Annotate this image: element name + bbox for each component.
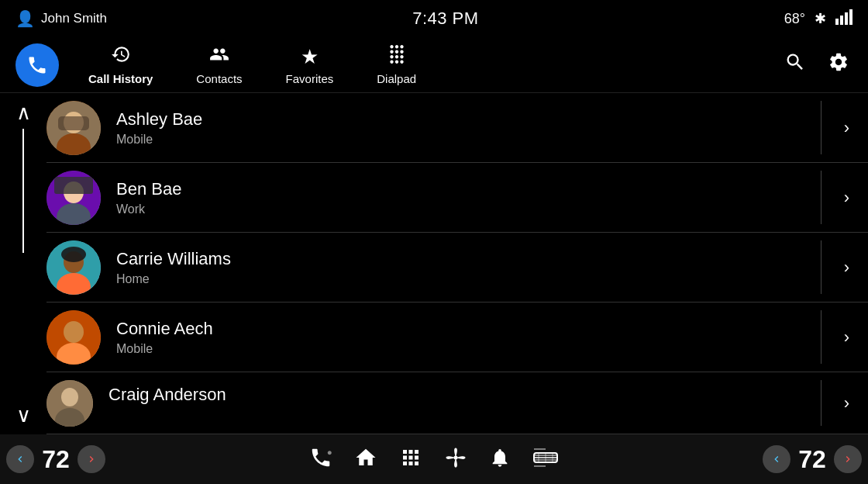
main-content: ∧ ∨ Ashley Bae Mobile › [0, 93, 868, 434]
nav-bar: Call History Contacts ★ Favorites Dialpa… [0, 37, 868, 93]
scroll-panel: ∧ ∨ [0, 93, 46, 434]
bottom-bar: 72 [0, 434, 868, 484]
chevron-right-icon[interactable]: › [838, 251, 856, 284]
contact-type: Mobile [116, 342, 822, 356]
avatar [46, 310, 101, 365]
bottom-center-icons [309, 446, 559, 472]
fan-icon[interactable] [444, 446, 467, 472]
contact-divider [821, 240, 822, 294]
tab-dialpad[interactable]: Dialpad [355, 38, 438, 92]
contact-name: Connie Aech [116, 319, 822, 339]
contact-name: Ashley Bae [116, 109, 822, 130]
settings-button[interactable] [828, 51, 849, 78]
status-time: 7:43 PM [412, 9, 478, 29]
svg-rect-0 [835, 19, 839, 25]
signal-icon [835, 9, 852, 29]
contacts-icon [209, 44, 229, 69]
phone-wave-icon[interactable] [309, 446, 332, 472]
svg-rect-7 [58, 116, 89, 130]
list-item[interactable]: Connie Aech Mobile › [46, 302, 868, 372]
user-icon: 👤 [16, 9, 35, 28]
contact-info: Connie Aech Mobile [116, 319, 822, 356]
tab-favorites-label: Favorites [286, 72, 334, 85]
svg-point-15 [61, 247, 86, 262]
contact-info: Ashley Bae Mobile [116, 109, 822, 147]
right-temp-down-button[interactable] [763, 445, 790, 473]
scroll-track [22, 129, 24, 253]
home-icon[interactable] [354, 446, 377, 472]
avatar [46, 101, 101, 155]
avatar [46, 380, 93, 427]
bell-icon[interactable] [489, 447, 511, 472]
scroll-up-button[interactable]: ∧ [13, 99, 34, 126]
chevron-right-icon[interactable]: › [838, 321, 856, 354]
contact-divider [821, 171, 822, 224]
contact-divider [821, 380, 822, 426]
grid-icon[interactable] [399, 446, 422, 472]
contact-name: Ben Bae [116, 179, 822, 199]
right-temp-value: 72 [794, 445, 831, 474]
left-temp-value: 72 [37, 445, 74, 474]
contact-divider [821, 310, 822, 364]
status-user: 👤 John Smith [16, 9, 107, 28]
nav-right-icons [784, 51, 849, 78]
tab-contacts-label: Contacts [196, 72, 242, 85]
nav-tabs: Call History Contacts ★ Favorites Dialpa… [67, 38, 784, 92]
list-item[interactable]: Carrie Williams Home › [46, 233, 868, 302]
svg-point-17 [64, 321, 84, 343]
status-bar: 👤 John Smith 7:43 PM 68° ✱ [0, 0, 868, 37]
svg-rect-11 [54, 177, 93, 194]
contact-divider [821, 101, 822, 154]
right-temp-control: 72 [763, 445, 862, 474]
contact-type: Mobile [116, 133, 822, 147]
chevron-right-icon[interactable]: › [838, 387, 856, 420]
call-history-icon [111, 44, 131, 69]
contact-info: Ben Bae Work [116, 179, 822, 216]
svg-rect-1 [840, 16, 843, 25]
list-item[interactable]: Ben Bae Work › [46, 163, 868, 233]
svg-point-22 [454, 456, 458, 460]
search-button[interactable] [784, 51, 806, 78]
svg-rect-2 [845, 12, 848, 25]
svg-rect-3 [849, 9, 852, 25]
bluetooth-icon: ✱ [815, 10, 826, 27]
rear-defroster-icon[interactable] [532, 447, 559, 472]
svg-point-20 [61, 388, 78, 406]
dialpad-icon [387, 44, 407, 69]
avatar [46, 240, 101, 295]
scroll-down-button[interactable]: ∨ [13, 402, 34, 428]
left-temp-down-button[interactable] [6, 445, 34, 473]
tab-dialpad-label: Dialpad [377, 72, 416, 85]
tab-contacts[interactable]: Contacts [174, 38, 264, 92]
chevron-right-icon[interactable]: › [838, 182, 856, 214]
temperature-display: 68° [784, 11, 805, 27]
contact-name: Carrie Williams [116, 249, 822, 269]
right-temp-up-button[interactable] [834, 445, 862, 473]
user-name: John Smith [41, 11, 107, 26]
avatar [46, 171, 101, 225]
chevron-right-icon[interactable]: › [838, 112, 856, 144]
contact-info: Carrie Williams Home [116, 249, 822, 286]
tab-call-history[interactable]: Call History [67, 38, 174, 92]
contact-name: Craig Anderson [108, 385, 822, 405]
tab-call-history-label: Call History [88, 72, 153, 85]
left-temp-control: 72 [6, 445, 105, 474]
left-temp-up-button[interactable] [78, 445, 105, 473]
list-item[interactable]: Ashley Bae Mobile › [46, 93, 868, 163]
phone-icon-button[interactable] [16, 43, 59, 87]
contact-list: Ashley Bae Mobile › Ben Bae Work › [46, 93, 868, 434]
favorites-icon: ★ [301, 45, 319, 69]
status-right: 68° ✱ [784, 9, 852, 29]
tab-favorites[interactable]: ★ Favorites [264, 39, 356, 92]
contact-type: Home [116, 272, 822, 286]
contact-type: Work [116, 202, 822, 216]
list-item[interactable]: Craig Anderson Mobile › [46, 372, 868, 434]
contact-info: Craig Anderson Mobile [108, 385, 822, 422]
